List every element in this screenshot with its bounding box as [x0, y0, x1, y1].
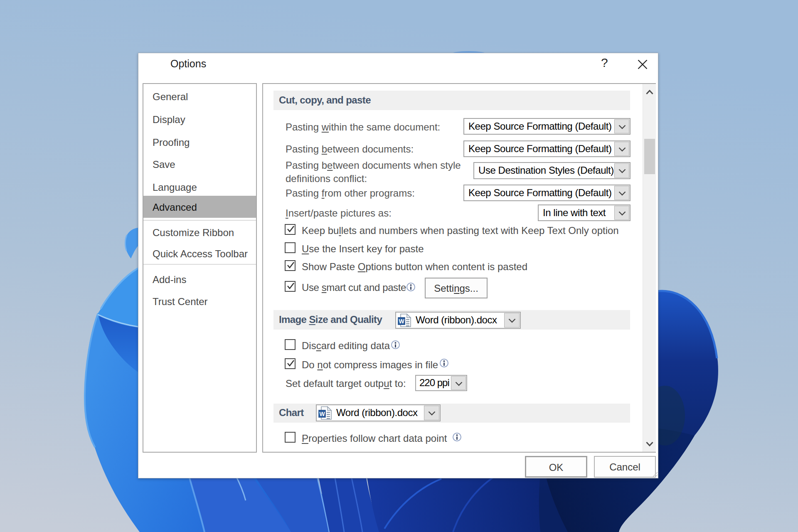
- svg-text:W: W: [319, 411, 325, 417]
- svg-text:W: W: [399, 318, 404, 325]
